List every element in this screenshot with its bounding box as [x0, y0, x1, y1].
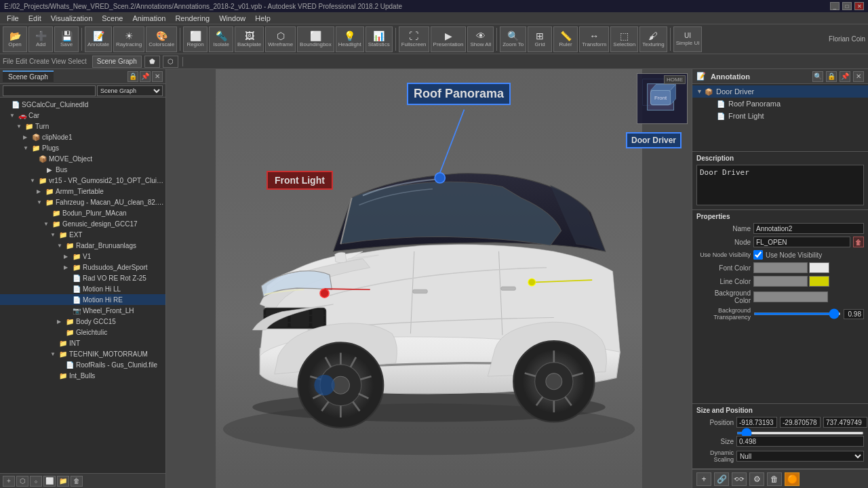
selection-button[interactable]: ⬚Selection: [610, 26, 638, 52]
sp-size-input[interactable]: [736, 436, 864, 447]
sg-group-btn[interactable]: ⬡: [16, 476, 28, 487]
ann-tree-item-door[interactable]: ▼ 📦 Door Driver: [692, 85, 868, 98]
menu-window[interactable]: Window: [215, 14, 250, 23]
sg-pin-btn[interactable]: 📌: [140, 71, 151, 82]
viewport[interactable]: Roof Panorama Door Driver Front Light HO…: [166, 69, 692, 488]
menu-edit[interactable]: Edit: [24, 14, 45, 23]
sg-tree-item-v1[interactable]: ▶📁V1: [0, 251, 165, 262]
sg-tree-item-car[interactable]: ▼🚗Car: [0, 110, 165, 121]
sg-tree-item-clipnode[interactable]: ▶📦clipNode1: [0, 131, 165, 142]
maximize-button[interactable]: □: [842, 2, 852, 10]
fullscreen-button[interactable]: ⛶Fullscreen: [399, 26, 429, 52]
sg-tree-item-roofballs[interactable]: 📄RoofRails - Gus_Clunid.file: [0, 359, 165, 370]
showall-button[interactable]: 👁Show All: [467, 26, 494, 52]
t2-btn-isolate[interactable]: ⬡: [163, 56, 178, 68]
sp-pos-x[interactable]: [736, 417, 777, 428]
ann-settings-btn[interactable]: ⚙: [749, 472, 764, 486]
prop-line-color-accent[interactable]: [809, 276, 829, 287]
presentation-button[interactable]: ▶Presentation: [431, 26, 467, 52]
sg-tree-item-body_gcc15[interactable]: ▶📁Body GCC15: [0, 316, 165, 327]
save-button[interactable]: 💾Save: [54, 26, 79, 52]
annotate-button[interactable]: 📝Annotate: [85, 26, 112, 52]
sg-tab-scenegraph[interactable]: Scene Graph: [3, 70, 54, 82]
menu-help[interactable]: Help: [251, 14, 275, 23]
headlight-button[interactable]: 💡Headlight: [336, 26, 364, 52]
texturing-button[interactable]: 🖌Texturing: [639, 26, 667, 52]
region-button[interactable]: ⬜Region: [183, 26, 208, 52]
sg-tree-item-bus[interactable]: ▶Bus: [0, 164, 165, 175]
sg-tree-item-rudsudos[interactable]: ▶📁Rudsudos_AderSport: [0, 262, 165, 272]
sg-tree-item-bodun[interactable]: 📁Bodun_Plunr_MAcan: [0, 207, 165, 218]
wireframe-button[interactable]: ⬡Wireframe: [265, 26, 296, 52]
scenegraph-btn[interactable]: Scene Graph: [92, 56, 142, 68]
sg-search-input[interactable]: [3, 85, 96, 96]
ann-delete-btn[interactable]: 🗑: [767, 472, 782, 486]
ann-tree-item-roof[interactable]: 📄 Roof Panorama: [692, 98, 868, 110]
sg-tree-item-motion_hi_ll[interactable]: 📄Motion Hi LL: [0, 283, 165, 294]
minimize-button[interactable]: _: [830, 2, 840, 10]
sp-pos-slider[interactable]: [736, 432, 864, 434]
add-button[interactable]: ➕Add: [28, 26, 53, 52]
ann-add-btn[interactable]: +: [696, 472, 711, 486]
sg-tree-item-armm[interactable]: ▶📁Armm_Tiertable: [0, 186, 165, 197]
sg-tree-item-plugs[interactable]: ▼📁Plugs: [0, 142, 165, 153]
sg-folder-btn[interactable]: 📁: [57, 476, 69, 487]
open-button[interactable]: 📂Open: [3, 26, 27, 52]
sg-tree-item-int[interactable]: 📁INT: [0, 338, 165, 348]
annotation-door-label[interactable]: Door Driver: [626, 132, 682, 148]
sg-tree-item-genusic[interactable]: ▼📁Genusic_design_GCC17: [0, 218, 165, 229]
ann-link-btn[interactable]: 🔗: [714, 472, 729, 486]
sg-tree-item-ext[interactable]: ▼📁EXT: [0, 229, 165, 240]
transform-button[interactable]: ↔Transform: [579, 26, 609, 52]
sg-tree-item-radar[interactable]: ▼📁Radar_Brunuanlags: [0, 240, 165, 251]
menu-animation[interactable]: Animation: [128, 14, 170, 23]
close-button[interactable]: ✕: [854, 2, 864, 10]
annotation-front-label[interactable]: Front Light: [267, 171, 333, 190]
zoomto-button[interactable]: 🔍Zoom To: [500, 26, 526, 52]
isolate-button[interactable]: 🔦Isolate: [209, 26, 233, 52]
boundingbox-button[interactable]: ⬜Boundingbox: [297, 26, 334, 52]
sg-tree-item-int_bulls[interactable]: 📁Int_Bulls: [0, 370, 165, 381]
sg-tree-item-vr15[interactable]: ▼📁vr15 - VR_Gumosid2_10_OPT_Cluined_Simo…: [0, 175, 165, 186]
ann-cycle-btn[interactable]: ⟲⟳: [732, 472, 747, 486]
sg-tree-item-fahrzeug[interactable]: ▼📁Fahrzeug - Macan_AU_clean_82.vpb: [0, 197, 165, 207]
ann-pin-btn[interactable]: 📌: [840, 71, 850, 82]
backplate-button[interactable]: 🖼Backplate: [235, 26, 264, 52]
colorscale-button[interactable]: 🎨Colorscale: [146, 26, 177, 52]
sg-tree-item-rad_vo_re[interactable]: 📄Rad VO RE Rot Z-25: [0, 272, 165, 283]
sg-box-btn[interactable]: ⬜: [43, 476, 56, 487]
sp-dyn-scale-select[interactable]: Null: [736, 451, 864, 462]
sp-pos-z[interactable]: [823, 417, 867, 428]
sg-tree-item-technik[interactable]: ▼📁TECHNIK_MOTORRAUM: [0, 348, 165, 359]
raytracing-button[interactable]: ☀Raytracing: [113, 26, 144, 52]
sg-type-select[interactable]: Scene Graph: [97, 85, 163, 96]
simpleui-button[interactable]: UISimple UI: [673, 26, 703, 52]
prop-name-input[interactable]: [753, 223, 864, 234]
sg-close-btn[interactable]: ✕: [152, 71, 163, 82]
prop-node-input[interactable]: [753, 237, 850, 247]
statistics-button[interactable]: 📊Statistics: [366, 26, 393, 52]
grid-button[interactable]: ⊞Grid: [528, 26, 552, 52]
sg-tree-item-gleichtulic[interactable]: 📁Gleichtulic: [0, 327, 165, 338]
prop-font-color-main[interactable]: [753, 262, 808, 273]
sp-pos-y[interactable]: [780, 417, 821, 428]
sg-lock-btn[interactable]: 🔒: [127, 71, 138, 82]
ann-tree-item-front[interactable]: 📄 Front Light: [692, 110, 868, 122]
sg-add-btn[interactable]: +: [3, 476, 15, 487]
prop-use-node-vis-checkbox[interactable]: [753, 250, 763, 260]
sg-tree-item-turn[interactable]: ▼📁Turn: [0, 121, 165, 131]
menu-scene[interactable]: Scene: [98, 14, 127, 23]
sg-link-btn[interactable]: ⬦: [30, 476, 42, 487]
sg-tree-item-move_obj[interactable]: 📦MOVE_Object: [0, 153, 165, 164]
menu-rendering[interactable]: Rendering: [171, 14, 214, 23]
menu-visualization[interactable]: Visualization: [47, 14, 97, 23]
prop-font-color-accent[interactable]: [809, 262, 829, 273]
ruler-button[interactable]: 📏Ruler: [553, 26, 578, 52]
ann-lock-btn[interactable]: 🔒: [826, 71, 837, 82]
prop-bg-trans-slider[interactable]: [753, 312, 841, 315]
ann-description-input[interactable]: Door Driver: [696, 165, 864, 205]
home-label[interactable]: HOME: [664, 75, 686, 84]
sg-tree-item-wheel_front_lh[interactable]: 📷Wheel_Front_LH: [0, 305, 165, 316]
t2-btn-restore[interactable]: ⬟: [144, 56, 160, 68]
prop-bg-color-swatch[interactable]: [753, 291, 828, 302]
